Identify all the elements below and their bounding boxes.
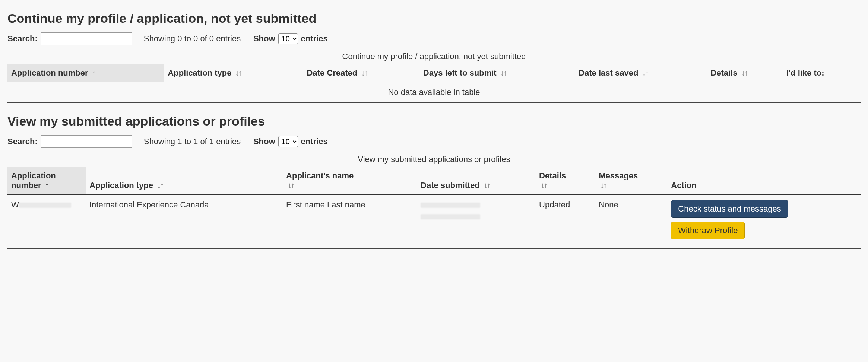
no-data-row: No data available in table [7, 82, 861, 103]
section1-heading: Continue my profile / application, not y… [7, 11, 861, 26]
entries-suffix: entries [301, 34, 328, 44]
col-details[interactable]: Details ↓↑ [535, 167, 595, 194]
search-label: Search: [7, 34, 38, 44]
col-like-to: I'd like to: [783, 64, 861, 82]
cell-applicant-name: First name Last name [282, 194, 417, 249]
sort-both-icon: ↓↑ [642, 68, 648, 78]
entries-select[interactable]: 10 [278, 136, 298, 147]
showing-count: Showing 1 to 1 of 1 entries [144, 137, 241, 146]
table-row: W International Experience Canada First … [7, 194, 861, 249]
search-input[interactable] [41, 32, 132, 45]
sort-both-icon: ↓↑ [500, 68, 506, 78]
section2-controls: Search: Showing 1 to 1 of 1 entries | Sh… [7, 135, 861, 148]
col-app-type[interactable]: Application type ↓↑ [86, 167, 282, 194]
section1-controls: Search: Showing 0 to 0 of 0 entries | Sh… [7, 32, 861, 45]
cell-app-type: International Experience Canada [86, 194, 282, 249]
col-messages[interactable]: Messages ↓↑ [595, 167, 667, 194]
col-date-created[interactable]: Date Created ↓↑ [303, 64, 419, 82]
search-input[interactable] [41, 135, 132, 148]
col-app-number[interactable]: Application number ↑ [7, 64, 164, 82]
show-label: Show [253, 137, 275, 146]
sort-both-icon: ↓↑ [484, 181, 490, 190]
sort-asc-icon: ↑ [45, 181, 48, 190]
sort-both-icon: ↓↑ [600, 181, 606, 190]
col-date-saved[interactable]: Date last saved ↓↑ [575, 64, 707, 82]
withdraw-profile-button[interactable]: Withdraw Profile [671, 222, 745, 239]
redacted-content [421, 214, 480, 219]
redacted-content [19, 203, 71, 208]
pipe-divider: | [246, 34, 248, 44]
col-applicant-name[interactable]: Applicant's name ↓↑ [282, 167, 417, 194]
submitted-applications-table: View my submitted applications or profil… [7, 150, 861, 249]
no-data-cell: No data available in table [7, 82, 861, 103]
showing-count: Showing 0 to 0 of 0 entries [144, 34, 241, 44]
col-action: Action [667, 167, 861, 194]
table-caption: View my submitted applications or profil… [7, 150, 861, 167]
entries-select[interactable]: 10 [278, 33, 298, 44]
table-caption: Continue my profile / application, not y… [7, 47, 861, 64]
sort-both-icon: ↓↑ [235, 68, 241, 78]
col-app-type[interactable]: Application type ↓↑ [164, 64, 303, 82]
pipe-divider: | [246, 137, 248, 146]
cell-date-submitted [417, 194, 535, 249]
sort-asc-icon: ↑ [92, 68, 95, 78]
show-label: Show [253, 34, 275, 44]
cell-action: Check status and messages Withdraw Profi… [667, 194, 861, 249]
col-days-left[interactable]: Days left to submit ↓↑ [419, 64, 575, 82]
cell-app-number: W [7, 194, 86, 249]
pending-applications-table: Continue my profile / application, not y… [7, 47, 861, 103]
cell-messages: None [595, 194, 667, 249]
cell-details: Updated [535, 194, 595, 249]
sort-both-icon: ↓↑ [288, 181, 294, 190]
sort-both-icon: ↓↑ [541, 181, 547, 190]
col-details[interactable]: Details ↓↑ [707, 64, 783, 82]
sort-both-icon: ↓↑ [157, 181, 163, 190]
entries-suffix: entries [301, 137, 328, 146]
check-status-button[interactable]: Check status and messages [671, 200, 788, 218]
section2-heading: View my submitted applications or profil… [7, 114, 861, 128]
search-label: Search: [7, 137, 38, 146]
col-app-number[interactable]: Application number ↑ [7, 167, 86, 194]
col-date-submitted[interactable]: Date submitted ↓↑ [417, 167, 535, 194]
sort-both-icon: ↓↑ [361, 68, 367, 78]
redacted-content [421, 203, 480, 208]
sort-both-icon: ↓↑ [741, 68, 747, 78]
